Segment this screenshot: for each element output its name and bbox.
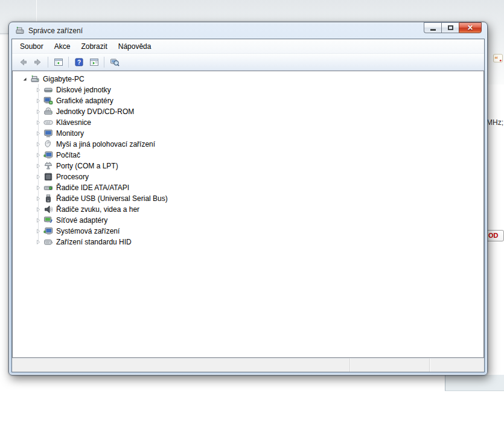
menu-bar: SouborAkceZobrazitNápověda (12, 39, 484, 54)
expander-expanded-icon[interactable] (21, 75, 29, 83)
tree-item-diskove-jednotky[interactable]: Diskové jednotky (13, 84, 483, 95)
expander-collapsed-icon[interactable] (34, 108, 42, 116)
expander-collapsed-icon[interactable] (34, 151, 42, 159)
dvd-drive-icon (43, 107, 53, 116)
disk-drive-icon (43, 85, 53, 95)
background-text-fragment: MHz; (486, 118, 504, 127)
tree-item-label: Porty (COM a LPT) (56, 162, 118, 170)
network-adapter-icon (43, 215, 53, 225)
computer-device-icon (43, 150, 53, 160)
client-area: SouborAkceZobrazitNápověda ? Gigabyte-PC… (11, 39, 485, 372)
processor-icon (43, 172, 53, 182)
mouse-icon (43, 139, 53, 149)
status-segment (429, 359, 484, 372)
ports-icon (43, 161, 53, 171)
back-arrow-icon (18, 57, 28, 67)
background-corner-panel (445, 375, 504, 391)
help-icon: ? (74, 57, 84, 67)
close-button[interactable]: ✕ (459, 22, 482, 33)
expander-collapsed-icon[interactable] (34, 228, 42, 235)
expander-collapsed-icon[interactable] (34, 97, 42, 105)
tree-item-mysi-a-jina-polohovaci-zarizeni[interactable]: Myši a jiná polohovací zařízení (13, 139, 483, 150)
quote-icon[interactable]: “ (493, 54, 504, 65)
expander-collapsed-icon[interactable] (34, 86, 42, 94)
tree-item-label: Procesory (56, 173, 89, 181)
tree-item-label: Klávesnice (56, 118, 91, 127)
forward-arrow-icon (33, 57, 43, 67)
tree-item-label: Zařízení standardu HID (56, 238, 132, 246)
scan-hardware-icon (110, 57, 120, 67)
minimize-button[interactable] (424, 22, 441, 33)
menu-item-soubor[interactable]: Soubor (14, 40, 49, 53)
toolbar-separator (48, 57, 48, 68)
help-button[interactable]: ? (71, 55, 86, 69)
tree-item-label: Diskové jednotky (56, 86, 111, 94)
window-title: Správce zařízení (28, 27, 83, 35)
tree-item-radice-ide-ata-atapi[interactable]: Řadiče IDE ATA/ATAPI (13, 182, 483, 193)
keyboard-icon (43, 118, 53, 127)
status-segment (349, 359, 429, 372)
toolbar-separator (68, 57, 69, 68)
scan-hardware-changes-button[interactable] (107, 55, 122, 69)
expander-collapsed-icon[interactable] (34, 217, 42, 225)
device-manager-icon (15, 26, 25, 36)
svg-text:?: ? (77, 59, 80, 66)
display-adapter-icon (43, 96, 53, 106)
tree-item-sitove-adaptery[interactable]: Síťové adaptéry (13, 215, 483, 226)
tree-item-klavesnice[interactable]: Klávesnice (13, 117, 483, 128)
tree-item-zarizeni-standardu-hid[interactable]: Zařízení standardu HID (13, 237, 483, 247)
tree-item-label: Řadiče zvuku, videa a her (56, 205, 139, 214)
tree-item-label: Gigabyte-PC (43, 75, 85, 83)
computer-icon (30, 74, 40, 84)
toolbar: ? (12, 54, 484, 71)
tree-item-porty-com-a-lpt[interactable]: Porty (COM a LPT) (13, 161, 483, 171)
titlebar[interactable]: Správce zařízení ✕ (9, 22, 487, 39)
usb-controller-icon (43, 194, 53, 203)
tree-item-label: Monitory (56, 129, 84, 138)
expander-collapsed-icon[interactable] (34, 119, 42, 127)
tree-item-radice-usb-universal-serial-bus[interactable]: Řadiče USB (Universal Serial Bus) (13, 193, 483, 204)
tree-item-monitory[interactable]: Monitory (13, 128, 483, 139)
menu-item-napoveda[interactable]: Nápověda (113, 40, 157, 53)
system-device-icon (43, 226, 53, 236)
tree-item-label: Jednotky DVD/CD-ROM (56, 107, 134, 116)
menu-item-akce[interactable]: Akce (49, 40, 76, 53)
expander-collapsed-icon[interactable] (34, 173, 42, 181)
background-divider-vertical (36, 0, 37, 22)
console-action-icon (89, 57, 99, 67)
device-tree: Gigabyte-PCDiskové jednotkyGrafické adap… (12, 71, 484, 358)
tree-item-pocitac[interactable]: Počítač (13, 150, 483, 161)
expander-collapsed-icon[interactable] (34, 130, 42, 138)
ide-controller-icon (43, 183, 53, 193)
expander-collapsed-icon[interactable] (34, 184, 42, 192)
sound-controller-icon (43, 205, 53, 214)
tree-item-label: Řadiče USB (Universal Serial Bus) (56, 194, 168, 203)
tree-item-radice-zvuku-videa-a-her[interactable]: Řadiče zvuku, videa a her (13, 204, 483, 215)
close-icon: ✕ (467, 24, 473, 31)
tree-item-procesory[interactable]: Procesory (13, 171, 483, 182)
tree-item-label: Počítač (56, 151, 80, 159)
show-console-tree-button[interactable] (51, 55, 66, 69)
tree-item-label: Myši a jiná polohovací zařízení (56, 140, 155, 148)
forward-button[interactable] (30, 55, 45, 69)
minimize-icon (430, 29, 436, 31)
menu-item-zobrazit[interactable]: Zobrazit (75, 40, 112, 53)
tree-item-systemova-zarizeni[interactable]: Systémová zařízení (13, 226, 483, 237)
expander-collapsed-icon[interactable] (34, 141, 42, 148)
tree-item-gigabyte-pc[interactable]: Gigabyte-PC (13, 74, 483, 84)
expander-collapsed-icon[interactable] (34, 162, 42, 170)
expander-collapsed-icon[interactable] (34, 206, 42, 214)
expander-collapsed-icon[interactable] (34, 238, 42, 246)
window-controls: ✕ (424, 22, 482, 33)
expander-collapsed-icon[interactable] (34, 195, 42, 203)
tree-item-label: Síťové adaptéry (56, 216, 107, 225)
tree-item-jednotky-dvd-cd-rom[interactable]: Jednotky DVD/CD-ROM (13, 106, 483, 117)
svg-text:“: “ (495, 55, 499, 62)
back-button[interactable] (15, 55, 30, 69)
hid-device-icon (43, 237, 53, 247)
toolbar-separator (104, 57, 104, 68)
maximize-button[interactable] (441, 22, 459, 33)
tree-item-label: Řadiče IDE ATA/ATAPI (56, 183, 129, 192)
tree-item-graficke-adaptery[interactable]: Grafické adaptéry (13, 95, 483, 106)
show-action-pane-button[interactable] (86, 55, 101, 69)
